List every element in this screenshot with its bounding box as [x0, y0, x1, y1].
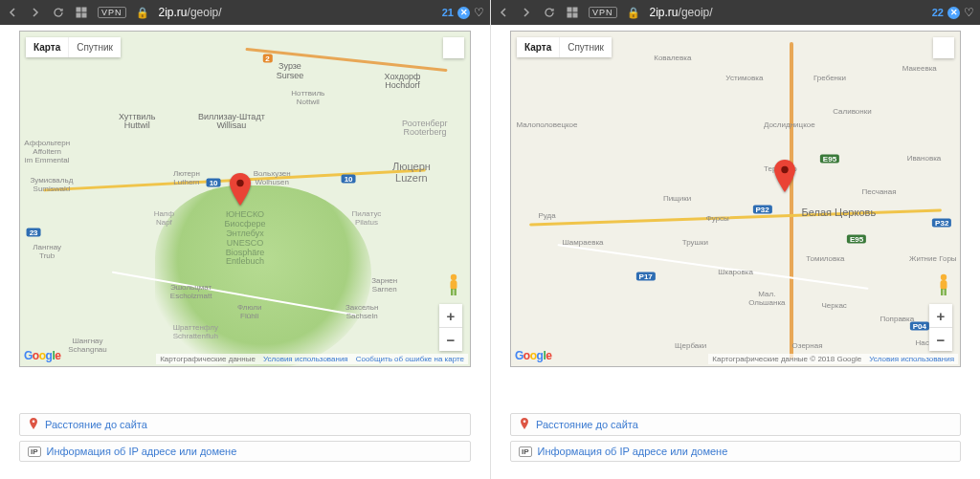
- attrib-data[interactable]: Картографические данные © 2018 Google: [708, 354, 865, 364]
- place-label: Озерная: [792, 342, 823, 351]
- url-host: 2ip.ru: [159, 6, 188, 19]
- zoom-out-button[interactable]: −: [439, 327, 462, 351]
- place-label: Гребенки: [813, 75, 846, 83]
- page-body: Карта Спутник Белая Церковь ТрилесыКовал…: [491, 25, 980, 479]
- svg-point-14: [781, 166, 788, 173]
- map-tab-map[interactable]: Карта: [26, 37, 68, 57]
- place-label: Мал. Ольшанка: [748, 291, 785, 308]
- map-attribution: Картографические данные Условия использо…: [156, 354, 468, 364]
- map-tab-map[interactable]: Карта: [517, 37, 559, 57]
- blocker-icon[interactable]: ✕: [947, 7, 960, 19]
- place-label: Пилатус Pilatus: [351, 210, 381, 228]
- road-shield: 10: [207, 178, 221, 186]
- apps-icon[interactable]: [566, 6, 579, 19]
- svg-point-4: [237, 180, 244, 186]
- reload-icon[interactable]: [52, 6, 65, 19]
- place-label: Вольхузен Wolhusen: [254, 170, 291, 187]
- attrib-terms[interactable]: Условия использования: [259, 354, 352, 364]
- road-shield: Р32: [753, 205, 772, 213]
- zoom-out-button[interactable]: −: [929, 327, 952, 351]
- fullscreen-button[interactable]: [933, 37, 954, 58]
- nav-group: [6, 6, 88, 19]
- vpn-badge[interactable]: VPN: [589, 7, 617, 18]
- lock-icon: 🔒: [136, 7, 149, 19]
- svg-rect-3: [82, 13, 86, 17]
- url-path: /geoip/: [679, 6, 713, 19]
- ip-icon: IP: [519, 446, 532, 457]
- map-tab-satellite[interactable]: Спутник: [559, 37, 612, 57]
- road-shield: Р17: [636, 272, 656, 280]
- road-shield: Р04: [910, 322, 929, 331]
- heart-icon[interactable]: ♡: [474, 6, 484, 19]
- zoom-in-button[interactable]: +: [929, 304, 952, 327]
- place-label: Песчаная: [862, 188, 897, 197]
- pegman-icon[interactable]: [935, 272, 952, 297]
- browser-chrome: VPN 🔒 2ip.ru/geoip/ 22 ✕ ♡: [491, 0, 980, 25]
- svg-rect-1: [82, 8, 86, 11]
- svg-rect-18: [945, 289, 947, 295]
- zoom-in-button[interactable]: +: [439, 304, 462, 327]
- place-label: Житние Горы: [909, 255, 957, 264]
- road-shield: 23: [27, 229, 41, 237]
- info-links: Расстояние до сайта IP Информация об IP …: [510, 413, 961, 462]
- place-label: Малополовецкое: [517, 121, 578, 130]
- place-label: Устимовка: [725, 75, 763, 83]
- forward-icon[interactable]: [520, 6, 533, 19]
- place-label: Щербаки: [675, 342, 706, 351]
- fullscreen-button[interactable]: [443, 37, 464, 58]
- back-icon[interactable]: [497, 6, 510, 19]
- svg-point-5: [451, 274, 457, 280]
- zoom-control: + −: [439, 304, 462, 351]
- road-shield: 2: [262, 54, 272, 63]
- attrib-report[interactable]: Сообщить об ошибке на карте: [352, 354, 468, 364]
- place-label: Фурсы: [706, 215, 729, 224]
- google-logo: Google: [515, 349, 551, 362]
- city-label: Белая Церковь: [802, 207, 877, 218]
- place-label: Шангнау Schangnau: [68, 337, 106, 355]
- place-label: Роотенберг Rooterberg: [402, 120, 448, 139]
- place-label: Черкас: [821, 302, 846, 311]
- road-shield: Е95: [820, 155, 839, 163]
- place-label: Ивановка: [907, 155, 942, 163]
- svg-rect-16: [941, 280, 947, 290]
- road: [790, 42, 793, 360]
- svg-rect-2: [77, 13, 80, 17]
- apps-icon[interactable]: [75, 6, 88, 19]
- forward-icon[interactable]: [29, 6, 42, 19]
- place-label: Флюли Flühli: [237, 304, 261, 321]
- link-ipinfo[interactable]: IP Информация об IP адресе или домене: [510, 441, 961, 462]
- place-label: Шамраевка: [563, 238, 604, 247]
- place-label: Заксельн Sachseln: [345, 304, 378, 321]
- svg-rect-7: [451, 289, 453, 295]
- place-label: Лютерн Luthern: [173, 170, 200, 187]
- map-tab-satellite[interactable]: Спутник: [68, 37, 121, 57]
- link-ipinfo-label: Информация об IP адресе или домене: [47, 446, 237, 457]
- place-label: Напф Napf: [154, 210, 174, 228]
- place-label: Зумисвальд Sumiswald: [30, 177, 73, 194]
- address-bar[interactable]: 2ip.ru/geoip/: [159, 6, 433, 19]
- heart-icon[interactable]: ♡: [964, 6, 974, 19]
- info-links: Расстояние до сайта IP Информация об IP …: [19, 413, 471, 462]
- svg-rect-12: [568, 13, 571, 17]
- link-distance[interactable]: Расстояние до сайта: [510, 413, 961, 436]
- attrib-terms[interactable]: Условия использования: [865, 354, 958, 364]
- attrib-data[interactable]: Картографические данные: [156, 354, 259, 364]
- blocker-icon[interactable]: ✕: [457, 7, 470, 19]
- map-container[interactable]: Карта Спутник ЮНЕСКО Биосфере Энтлебух U…: [19, 31, 471, 367]
- place-label: Шраттенфлу Schrattenfluh: [173, 324, 218, 341]
- map-canvas-right[interactable]: Белая Церковь ТрилесыКовалевкаУстимовкаГ…: [511, 32, 960, 366]
- place-label: Саливонки: [833, 108, 871, 117]
- address-bar[interactable]: 2ip.ru/geoip/: [650, 6, 923, 19]
- link-distance-label: Расстояние до сайта: [536, 419, 638, 430]
- blocker-count[interactable]: 22: [932, 7, 944, 18]
- blocker-count[interactable]: 21: [442, 7, 454, 18]
- vpn-badge[interactable]: VPN: [98, 7, 126, 18]
- back-icon[interactable]: [6, 6, 19, 19]
- place-label: Зурзе Sursee: [277, 62, 304, 81]
- link-ipinfo[interactable]: IP Информация об IP адресе или домене: [19, 441, 471, 462]
- map-container[interactable]: Карта Спутник Белая Церковь ТрилесыКовал…: [510, 31, 961, 367]
- pegman-icon[interactable]: [445, 272, 462, 297]
- link-distance[interactable]: Расстояние до сайта: [19, 413, 471, 436]
- link-distance-label: Расстояние до сайта: [45, 419, 147, 430]
- reload-icon[interactable]: [543, 6, 556, 19]
